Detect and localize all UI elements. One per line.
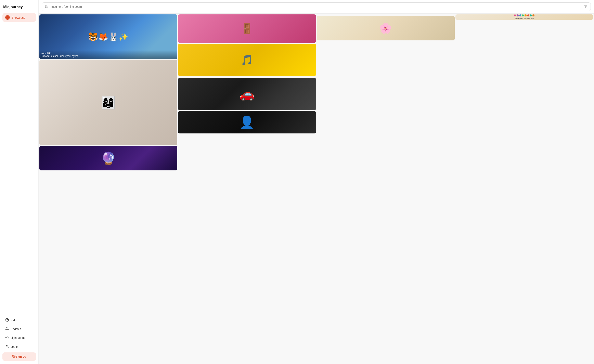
search-container[interactable] bbox=[42, 2, 591, 11]
sun-icon bbox=[5, 336, 9, 340]
image-search-icon bbox=[45, 5, 48, 9]
help-label: Help bbox=[11, 319, 16, 322]
gallery-item-fortune-teller[interactable] bbox=[39, 146, 177, 170]
light-mode-label: Light Mode bbox=[11, 336, 25, 339]
gallery-column-4: Bracelet Boulevard bbox=[455, 14, 593, 170]
sidebar-bottom: Help Updates bbox=[2, 316, 36, 361]
sidebar-item-showcase-label: Showcase bbox=[11, 16, 25, 19]
gallery-item-head-bald[interactable] bbox=[178, 111, 316, 134]
updates-label: Updates bbox=[11, 327, 21, 331]
showcase-icon bbox=[5, 15, 10, 20]
gallery-column-1: alimoli88 Dream Catcher - close your eye… bbox=[39, 14, 177, 170]
gallery-item-bracelet[interactable]: Bracelet Boulevard bbox=[455, 14, 593, 20]
filter-icon[interactable] bbox=[584, 4, 588, 9]
sidebar-item-showcase[interactable]: Showcase bbox=[2, 13, 36, 22]
svg-line-8 bbox=[8, 338, 8, 339]
gallery-column-2 bbox=[178, 14, 316, 170]
gallery-item-anime-adventure[interactable]: alimoli88 Dream Catcher - close your eye… bbox=[39, 14, 177, 59]
login-label: Log In bbox=[11, 345, 19, 348]
signup-button[interactable]: Sign Up bbox=[2, 352, 36, 361]
svg-line-11 bbox=[6, 338, 6, 339]
bracelet-boulevard-text: Bracelet Boulevard bbox=[515, 17, 534, 20]
signup-label: Sign Up bbox=[16, 355, 27, 358]
search-bar bbox=[39, 0, 594, 13]
svg-point-4 bbox=[6, 337, 8, 338]
sidebar-item-updates[interactable]: Updates bbox=[2, 325, 36, 333]
app-title: Midjourney bbox=[2, 3, 36, 13]
search-input[interactable] bbox=[51, 5, 582, 8]
gallery-item-anime-girl[interactable] bbox=[317, 16, 455, 40]
svg-point-13 bbox=[7, 345, 8, 346]
item-overlay-anime: alimoli88 Dream Catcher - close your eye… bbox=[39, 50, 177, 59]
masonry-grid: alimoli88 Dream Catcher - close your eye… bbox=[39, 13, 594, 171]
svg-point-1 bbox=[7, 17, 8, 18]
caption-anime: Dream Catcher - close your eyes! bbox=[41, 55, 78, 57]
gallery: alimoli88 Dream Catcher - close your eye… bbox=[39, 13, 594, 364]
username-alimoli88: alimoli88 bbox=[41, 52, 51, 55]
bell-icon bbox=[5, 327, 9, 331]
help-circle-icon bbox=[5, 318, 9, 322]
gallery-column-3 bbox=[317, 14, 455, 170]
sidebar-item-light-mode[interactable]: Light Mode bbox=[2, 334, 36, 342]
gallery-item-mother-daughter[interactable] bbox=[39, 60, 177, 145]
sidebar-item-help[interactable]: Help bbox=[2, 316, 36, 324]
sidebar: Midjourney Showcase Help bbox=[0, 0, 39, 364]
user-icon bbox=[5, 344, 9, 349]
login-button[interactable]: Log In bbox=[2, 343, 36, 351]
globe-icon bbox=[12, 354, 16, 359]
gallery-item-vinyl[interactable] bbox=[178, 44, 316, 76]
gallery-item-car[interactable] bbox=[178, 78, 316, 110]
svg-point-17 bbox=[46, 6, 46, 6]
gallery-item-pink-door[interactable] bbox=[178, 14, 316, 43]
main-content: alimoli88 Dream Catcher - close your eye… bbox=[39, 0, 594, 364]
